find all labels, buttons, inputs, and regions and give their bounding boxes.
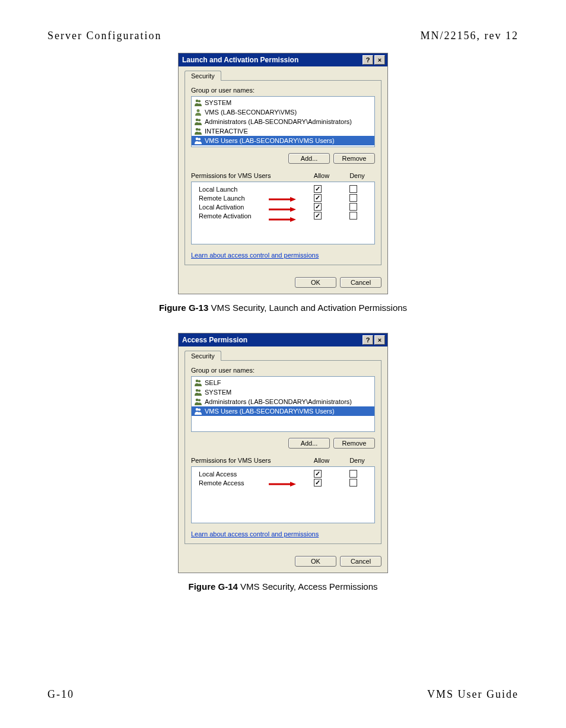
svg-point-15 [196,380,199,383]
allow-checkbox[interactable]: ✓ [314,203,322,211]
list-item[interactable]: VMS Users (LAB-SECONDARY\VMS Users) [192,406,374,416]
group-icon [194,98,202,107]
list-item-label: SYSTEM [205,99,231,106]
figure-caption-2: Figure G-14 VMS Security, Access Permiss… [189,581,378,592]
launch-activation-dialog: Launch and Activation Permission ? × Sec… [178,53,388,294]
list-item-label: VMS Users (LAB-SECONDARY\VMS Users) [205,408,335,415]
svg-point-8 [198,138,201,140]
remove-button[interactable]: Remove [333,153,375,164]
allow-checkbox[interactable]: ✓ [314,185,322,193]
deny-checkbox[interactable] [349,470,357,478]
close-icon[interactable]: × [374,335,385,345]
ok-button[interactable]: OK [295,277,336,288]
footer-left: G-10 [47,688,74,701]
permission-label: Remote Activation [195,212,300,220]
list-item-label: SYSTEM [205,389,231,396]
deny-checkbox[interactable] [349,212,357,220]
svg-point-5 [196,128,199,131]
svg-point-6 [198,128,201,131]
user-list[interactable]: SELFSYSTEMAdministrators (LAB-SECONDARY\… [191,376,375,432]
permission-row: Local Access✓ [192,469,374,478]
permission-row: Local Launch✓ [192,185,374,193]
group-icon [194,398,202,406]
list-item[interactable]: VMS Users (LAB-SECONDARY\VMS Users) [192,136,374,145]
cancel-button[interactable]: Cancel [340,277,381,288]
help-icon[interactable]: ? [363,55,373,65]
list-item[interactable]: Administrators (LAB-SECONDARY\Administra… [192,397,374,406]
header-left: Server Configuration [47,30,161,42]
list-item[interactable]: SYSTEM [192,98,374,107]
list-item[interactable]: SYSTEM [192,387,374,397]
learn-link[interactable]: Learn about access control and permissio… [191,252,375,259]
svg-point-0 [196,100,199,103]
permission-label: Remote Access [195,479,300,487]
svg-point-7 [196,138,199,141]
svg-point-20 [198,399,201,401]
group-label: Group or user names: [191,367,375,374]
learn-link[interactable]: Learn about access control and permissio… [191,530,375,538]
access-permission-dialog: Access Permission ? × Security Group or … [178,333,388,573]
svg-point-4 [198,119,201,121]
permission-row: Remote Activation✓ [192,211,374,220]
deny-checkbox[interactable] [349,194,357,202]
cancel-button[interactable]: Cancel [340,556,381,567]
tab-security[interactable]: Security [185,71,221,81]
close-icon[interactable]: × [374,55,385,65]
user-list[interactable]: SYSTEMVMS (LAB-SECONDARY\VMS)Administrat… [191,96,375,147]
permission-row: Local Activation✓ [192,202,374,211]
group-label: Group or user names: [191,87,375,94]
permissions-grid: Local Launch✓Remote Launch✓Local Activat… [191,182,375,244]
allow-checkbox[interactable]: ✓ [314,479,322,487]
permission-label: Local Access [195,471,300,478]
deny-checkbox[interactable] [349,203,357,211]
list-item-label: Administrators (LAB-SECONDARY\Administra… [205,118,352,125]
svg-point-21 [196,408,199,411]
list-item[interactable]: INTERACTIVE [192,126,374,136]
list-item-label: VMS Users (LAB-SECONDARY\VMS Users) [205,137,335,144]
svg-point-18 [198,389,201,392]
header-right: MN/22156, rev 12 [421,30,519,42]
permissions-grid: Local Access✓Remote Access✓ [191,466,375,523]
titlebar: Access Permission ? × [179,333,387,346]
group-icon [194,388,202,396]
group-icon [194,127,202,135]
list-item-label: VMS (LAB-SECONDARY\VMS) [205,109,297,116]
svg-point-1 [198,100,201,102]
list-item[interactable]: VMS (LAB-SECONDARY\VMS) [192,107,374,117]
group-icon [194,136,202,145]
tab-security[interactable]: Security [185,351,221,361]
remove-button[interactable]: Remove [333,438,375,449]
group-icon [194,379,202,387]
svg-point-3 [196,119,199,122]
help-icon[interactable]: ? [363,335,373,345]
deny-checkbox[interactable] [349,479,357,487]
permissions-label: Permissions for VMS Users [191,172,304,179]
svg-point-22 [198,408,201,411]
allow-checkbox[interactable]: ✓ [314,212,322,220]
svg-point-16 [198,380,201,382]
svg-point-17 [196,389,199,392]
allow-header: Allow [304,172,339,179]
permission-label: Local Launch [195,186,300,193]
list-item[interactable]: SELF [192,378,374,387]
dialog-title: Launch and Activation Permission [182,56,298,64]
deny-header: Deny [339,457,375,464]
add-button[interactable]: Add... [288,153,330,164]
permission-label: Remote Launch [195,195,300,202]
permission-label: Local Activation [195,204,300,211]
ok-button[interactable]: OK [295,556,336,567]
allow-checkbox[interactable]: ✓ [314,470,322,478]
dialog-title: Access Permission [182,336,247,344]
allow-header: Allow [304,457,339,464]
allow-checkbox[interactable]: ✓ [314,194,322,202]
figure-caption-1: Figure G-13 VMS Security, Launch and Act… [159,303,407,313]
permission-row: Remote Access✓ [192,478,374,487]
list-item-label: Administrators (LAB-SECONDARY\Administra… [205,398,352,405]
titlebar: Launch and Activation Permission ? × [179,53,387,66]
svg-point-2 [197,109,200,112]
deny-header: Deny [339,172,375,179]
add-button[interactable]: Add... [288,438,330,449]
deny-checkbox[interactable] [349,185,357,193]
list-item[interactable]: Administrators (LAB-SECONDARY\Administra… [192,117,374,126]
list-item-label: INTERACTIVE [205,128,248,135]
